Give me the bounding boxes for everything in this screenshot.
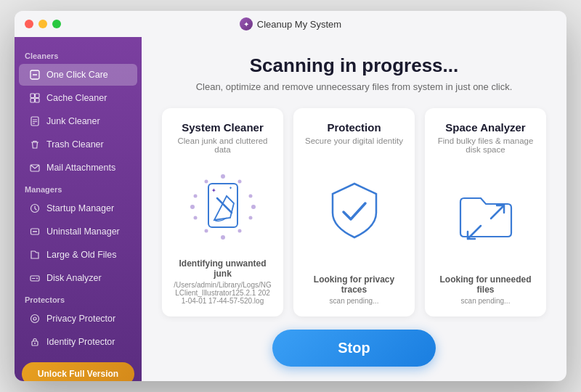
stop-button[interactable]: Stop [272, 330, 435, 367]
identity-protector-icon [29, 336, 41, 348]
space-analyzer-status: Looking for unneeded files [436, 274, 535, 295]
traffic-lights [25, 20, 61, 28]
system-cleaner-icon: ✦ ✦ [187, 171, 259, 243]
page-title: Scanning in progress... [162, 54, 546, 77]
sidebar-item-uninstall-manager[interactable]: Uninstall Manager [19, 221, 137, 242]
protection-icon [322, 178, 387, 243]
protection-title: Protection [327, 121, 381, 134]
disk-analyzer-icon [29, 272, 41, 284]
protection-subtitle: Secure your digital identity [305, 136, 403, 145]
sidebar-item-cache-cleaner[interactable]: Cache Cleaner [19, 87, 137, 109]
sidebar-item-identity-protector[interactable]: Identity Protector [19, 331, 137, 353]
svg-point-15 [36, 278, 38, 279]
sidebar-label-junk-cleaner: Junk Cleaner [46, 116, 100, 126]
trash-cleaner-icon [29, 139, 41, 150]
minimize-button[interactable] [38, 20, 47, 28]
protection-visual [322, 155, 387, 266]
sidebar: Cleaners One Click Care [15, 37, 142, 381]
svg-point-18 [33, 317, 36, 320]
managers-section-label: Managers [15, 179, 142, 197]
space-analyzer-card: Space Analyzer Find bulky files & manage… [425, 108, 546, 317]
uninstall-manager-icon [29, 226, 41, 237]
close-button[interactable] [25, 20, 33, 28]
system-cleaner-card: System Cleaner Clean junk and cluttered … [162, 108, 283, 317]
svg-point-30 [190, 205, 195, 209]
svg-point-26 [237, 229, 241, 233]
sidebar-item-disk-analyzer[interactable]: Disk Analyzer [19, 267, 137, 289]
system-cleaner-status: Identifying unwanted junk [174, 258, 272, 279]
protection-detail: scan pending... [330, 297, 379, 305]
titlebar: ✦ Cleanup My System [15, 11, 566, 37]
protection-status: Looking for privacy traces [305, 274, 403, 295]
sidebar-item-startup-manager[interactable]: Startup Manager [19, 197, 137, 219]
unlock-full-version-button[interactable]: Unlock Full Version [22, 362, 134, 381]
space-analyzer-visual [453, 164, 519, 266]
protectors-section-label: Protectors [15, 290, 142, 307]
sidebar-item-privacy-protector[interactable]: Privacy Protector [19, 308, 137, 330]
one-click-care-icon [29, 69, 41, 81]
startup-manager-icon [29, 203, 41, 214]
sidebar-label-one-click-care: One Click Care [46, 70, 108, 80]
svg-rect-5 [36, 99, 40, 103]
svg-point-27 [221, 235, 225, 240]
svg-rect-4 [31, 99, 35, 103]
app-title: Cleanup My System [257, 19, 341, 30]
svg-rect-2 [31, 94, 35, 98]
space-analyzer-subtitle: Find bulky files & manage disk space [436, 136, 535, 154]
content-area: Cleaners One Click Care [15, 37, 566, 381]
main-content: Scanning in progress... Clean, optimize … [142, 37, 566, 381]
svg-point-25 [248, 216, 252, 220]
sidebar-label-mail-attachments: Mail Attachments [46, 163, 115, 173]
sidebar-label-large-old-files: Large & Old Files [46, 250, 117, 260]
svg-point-21 [221, 174, 225, 179]
svg-point-31 [193, 195, 197, 198]
sidebar-item-trash-cleaner[interactable]: Trash Cleaner [19, 134, 137, 155]
svg-point-20 [34, 343, 36, 344]
system-cleaner-title: System Cleaner [182, 121, 264, 134]
sidebar-label-startup-manager: Startup Manager [46, 203, 114, 213]
svg-point-28 [204, 229, 208, 233]
sidebar-item-mail-attachments[interactable]: Mail Attachments [19, 157, 137, 179]
app-icon: ✦ [240, 17, 253, 30]
cards-row: System Cleaner Clean junk and cluttered … [162, 108, 546, 317]
large-old-files-icon [29, 249, 41, 261]
sidebar-label-privacy-protector: Privacy Protector [46, 314, 115, 324]
cleaners-section-label: Cleaners [15, 46, 142, 63]
system-cleaner-subtitle: Clean junk and cluttered data [174, 136, 272, 154]
sidebar-label-trash-cleaner: Trash Cleaner [46, 139, 104, 150]
svg-point-32 [204, 180, 208, 184]
svg-text:✦: ✦ [211, 187, 216, 194]
protection-card: Protection Secure your digital identity … [293, 108, 415, 317]
system-cleaner-detail: /Users/admin/Library/Logs/NGLClient_Illu… [174, 281, 272, 305]
svg-point-17 [31, 315, 39, 323]
privacy-protector-icon [29, 313, 41, 324]
system-cleaner-visual: ✦ ✦ [187, 164, 259, 250]
svg-text:✦: ✦ [229, 186, 232, 190]
sidebar-item-one-click-care[interactable]: One Click Care [19, 64, 137, 86]
svg-point-24 [251, 205, 256, 209]
svg-rect-3 [36, 94, 40, 98]
space-analyzer-icon [453, 182, 519, 248]
mail-attachments-icon [29, 162, 41, 173]
svg-line-37 [491, 205, 504, 219]
space-analyzer-detail: scan pending... [461, 297, 511, 305]
svg-point-23 [248, 195, 252, 198]
sidebar-label-cache-cleaner: Cache Cleaner [46, 93, 107, 103]
sidebar-label-identity-protector: Identity Protector [46, 337, 115, 347]
maximize-button[interactable] [52, 20, 61, 28]
sidebar-item-junk-cleaner[interactable]: Junk Cleaner [19, 110, 137, 132]
app-title-container: ✦ Cleanup My System [240, 17, 341, 30]
sidebar-label-uninstall-manager: Uninstall Manager [46, 226, 120, 237]
sidebar-item-large-old-files[interactable]: Large & Old Files [19, 244, 137, 266]
cache-cleaner-icon [29, 92, 41, 104]
svg-point-29 [193, 216, 197, 220]
junk-cleaner-icon [29, 115, 41, 127]
sidebar-label-disk-analyzer: Disk Analyzer [46, 273, 102, 283]
stop-button-row: Stop [162, 330, 546, 367]
svg-point-22 [237, 180, 241, 184]
app-window: ✦ Cleanup My System Cleaners One Click C… [15, 11, 566, 381]
page-subtitle: Clean, optimize and remove unnecessary f… [162, 81, 546, 92]
sidebar-footer: Unlock Full Version [15, 354, 142, 381]
space-analyzer-title: Space Analyzer [445, 121, 525, 134]
